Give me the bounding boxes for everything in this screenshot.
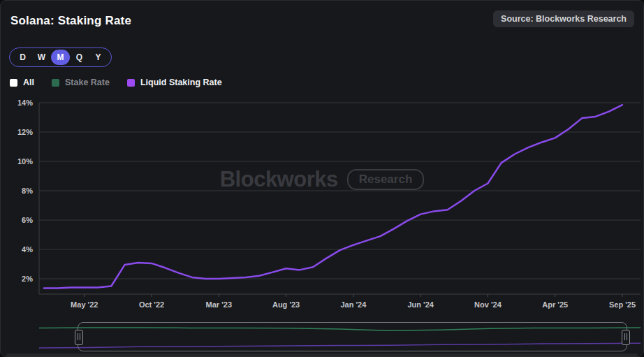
y-tick-label: 2% [1, 274, 33, 284]
y-tick-label: 10% [1, 156, 33, 166]
x-tick-label: Nov '24 [460, 300, 515, 309]
navigator-handle-left[interactable] [75, 330, 83, 345]
x-tick-label: Jan '24 [325, 300, 381, 309]
chart-card: Solana: Staking Rate Source: Blockworks … [0, 0, 644, 357]
liquid-staking-rate-line [44, 105, 622, 288]
x-tick-label: May '22 [57, 300, 112, 309]
y-tick-label: 12% [1, 127, 33, 137]
y-tick-label: 6% [1, 215, 33, 225]
x-tick-label: Oct '22 [124, 300, 180, 309]
navigator-brush[interactable] [78, 322, 627, 351]
y-tick-label: 14% [1, 98, 33, 108]
x-tick-label: Jun '24 [393, 300, 448, 309]
x-tick-label: Sep '25 [594, 300, 644, 309]
navigator-handle-right[interactable] [622, 330, 630, 345]
y-tick-label: 8% [1, 186, 33, 196]
scrollbar-track[interactable] [6, 354, 638, 356]
x-tick-label: Apr '25 [527, 300, 583, 309]
x-tick-label: Aug '23 [258, 300, 314, 309]
y-tick-label: 4% [1, 245, 33, 254]
x-tick-label: Mar '23 [191, 300, 247, 309]
